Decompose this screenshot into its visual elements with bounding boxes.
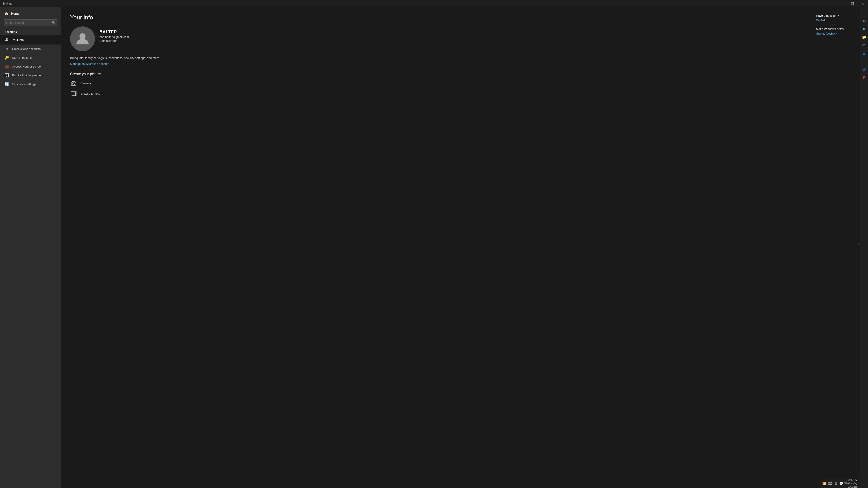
profile-name: BALTER (99, 30, 129, 34)
billing-info: Billing info, family settings, subscript… (70, 56, 183, 60)
browse-icon (70, 90, 77, 97)
manage-microsoft-account-link[interactable]: Manage my Microsoft account (70, 62, 109, 66)
sidebar-item-your-info[interactable]: Your info (0, 35, 61, 44)
search-input[interactable] (4, 20, 57, 26)
profile-email: one.balter@gmail.com (99, 35, 129, 39)
profile-section: BALTER one.balter@gmail.com Administrato… (70, 26, 329, 51)
sidebar-item-label-family: Family & other people (12, 74, 41, 77)
create-picture-title: Create your picture (70, 72, 329, 76)
family-icon: 👨‍👩‍👧 (4, 73, 9, 77)
avatar-icon (76, 32, 89, 46)
sidebar-section-label: Accounts (0, 28, 61, 35)
sidebar-item-label-email: Email & app accounts (12, 47, 41, 51)
avatar (70, 26, 95, 51)
profile-role: Administrator (99, 39, 129, 42)
profile-info: BALTER one.balter@gmail.com Administrato… (99, 26, 129, 42)
your-info-icon (4, 37, 9, 42)
work-icon: 💼 (4, 64, 9, 69)
svg-point-3 (75, 82, 76, 83)
sidebar-item-sign-in-options[interactable]: 🔑 Sign-in options (0, 53, 61, 62)
home-icon: 🏠 (4, 12, 8, 15)
search-icon: 🔍 (52, 21, 56, 25)
sidebar-item-family-other-people[interactable]: 👨‍👩‍👧 Family & other people (0, 71, 61, 80)
sidebar-home-button[interactable]: 🏠 Home (0, 9, 61, 18)
camera-label: Camera (81, 82, 91, 85)
svg-point-0 (6, 38, 7, 39)
camera-icon (70, 80, 77, 87)
sidebar-item-access-work-school[interactable]: 💼 Access work or school (0, 62, 61, 71)
email-icon: ✉ (4, 47, 9, 51)
sidebar-search-container: 🔍 (4, 20, 57, 26)
sidebar-item-label-signin: Sign-in options (12, 56, 32, 59)
sidebar: 🏠 Home 🔍 Accounts Your info ✉ Email & ap… (0, 7, 61, 184)
browse-option[interactable]: Browse for one (70, 90, 329, 97)
svg-point-2 (72, 83, 75, 85)
sync-icon: 🔄 (4, 82, 9, 86)
sidebar-item-label-your-info: Your info (12, 38, 24, 41)
titlebar-title: Settings (2, 2, 12, 5)
sidebar-item-label-work: Access work or school (12, 65, 41, 68)
sidebar-item-email-app-accounts[interactable]: ✉ Email & app accounts (0, 44, 61, 53)
svg-point-1 (80, 33, 86, 39)
browse-label: Browse for one (81, 92, 100, 95)
sidebar-item-sync-settings[interactable]: 🔄 Sync your settings (0, 80, 61, 89)
sidebar-item-label-sync: Sync your settings (12, 83, 36, 86)
home-label: Home (11, 12, 20, 15)
camera-option[interactable]: Camera (70, 80, 329, 87)
signin-icon: 🔑 (4, 56, 9, 60)
page-title: Your info (70, 14, 329, 21)
titlebar: Settings — ❐ ✕ (0, 0, 329, 7)
main-content: Have a question? Get help Make Windows b… (61, 7, 329, 184)
